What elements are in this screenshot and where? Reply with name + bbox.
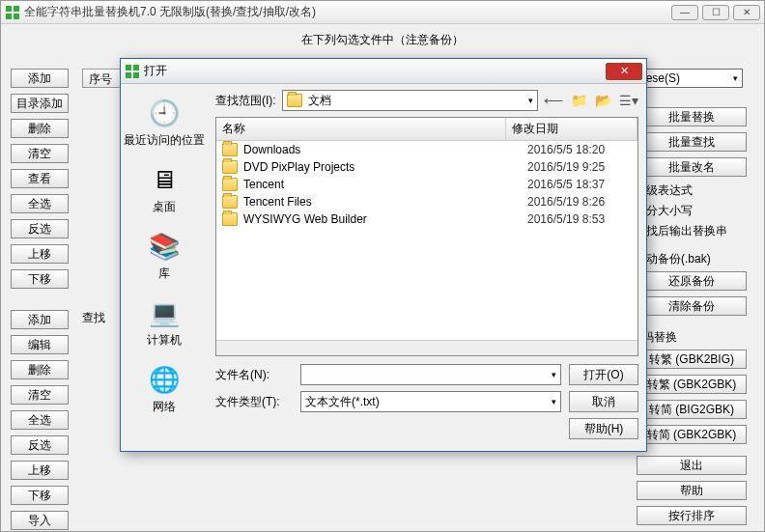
folder-icon [287, 94, 302, 107]
top-instruction: 在下列勾选文件中（注意备份） [7, 30, 758, 52]
views-icon[interactable]: ☰▾ [619, 93, 638, 108]
check-动备份(.bak)[interactable]: 动备份(.bak) [631, 251, 752, 267]
button-退出[interactable]: 退出 [637, 456, 747, 475]
svg-rect-5 [133, 65, 139, 70]
button-删除[interactable]: 删除 [11, 119, 69, 138]
lookin-combo[interactable]: 文档 [282, 90, 538, 111]
svg-rect-4 [126, 65, 131, 70]
open-button[interactable]: 打开(O) [569, 364, 638, 385]
col-date[interactable]: 修改日期 [506, 118, 638, 140]
button-批量改名[interactable]: 批量改名 [637, 157, 747, 177]
button-帮助[interactable]: 帮助 [637, 481, 747, 500]
left-buttons-bottom: 添加编辑删除清空全选反选上移下移导入导出 [11, 310, 74, 532]
button-清空[interactable]: 清空 [11, 385, 69, 405]
close-button[interactable]: ✕ [733, 5, 760, 20]
help-button[interactable]: 帮助(H) [569, 418, 638, 439]
left-buttons-top: 添加目录添加删除清空查看全选反选上移下移 [11, 69, 74, 294]
button-添加[interactable]: 添加 [11, 310, 69, 329]
svg-rect-0 [6, 6, 12, 12]
encoding-title: 内码替换 [631, 329, 752, 346]
folder-icon [222, 160, 238, 174]
button-清除备份[interactable]: 清除备份 [637, 296, 747, 316]
dialog-icon [125, 64, 140, 79]
check-找后输出替换串[interactable]: 找后输出替换串 [631, 223, 752, 239]
button-反选[interactable]: 反选 [11, 435, 69, 455]
svg-rect-2 [6, 14, 12, 19]
button-下移[interactable]: 下移 [11, 269, 69, 289]
folder-icon [222, 195, 238, 209]
button-全选[interactable]: 全选 [11, 194, 69, 213]
svg-rect-6 [126, 72, 131, 78]
button-目录添加[interactable]: 目录添加 [11, 94, 69, 113]
filename-input[interactable] [300, 364, 561, 385]
open-file-dialog: 打开 ✕ 🕘最近访问的位置🖥桌面📚库💻计算机🌐网络 查找范围(I): 文档 ⟵ … [120, 58, 647, 452]
cancel-button[interactable]: 取消 [569, 391, 638, 412]
title-text: 全能字符串批量替换机7.0 无限制版(替换/查找/抽取/改名) [24, 4, 671, 20]
svg-rect-3 [14, 14, 19, 19]
button-删除[interactable]: 删除 [11, 360, 69, 379]
button-查看[interactable]: 查看 [11, 169, 69, 188]
folder-icon [222, 178, 238, 191]
app-icon [5, 5, 20, 20]
button-转简 (GBK2GBK)[interactable]: 转简 (GBK2GBK) [637, 425, 747, 444]
place-计算机[interactable]: 💻计算机 [121, 295, 208, 349]
button-反选[interactable]: 反选 [11, 219, 69, 238]
folder-row[interactable]: WYSIWYG Web Builder2016/5/19 8:53 [216, 210, 638, 228]
button-清空[interactable]: 清空 [11, 144, 69, 163]
button-导入[interactable]: 导入 [11, 511, 69, 530]
newfolder-icon[interactable]: 📂 [595, 93, 611, 108]
lookin-label: 查找范围(I): [215, 93, 276, 109]
maximize-button[interactable]: ☐ [702, 5, 729, 20]
button-批量替换[interactable]: 批量替换 [637, 107, 747, 126]
filename-label: 文件名(N): [215, 367, 293, 383]
place-网络[interactable]: 🌐网络 [121, 362, 208, 415]
button-转繁 (GBK2GBK)[interactable]: 转繁 (GBK2GBK) [637, 375, 747, 394]
button-添加[interactable]: 添加 [11, 69, 69, 88]
folder-icon [222, 143, 238, 156]
back-icon[interactable]: ⟵ [544, 93, 563, 108]
dialog-titlebar: 打开 ✕ [121, 59, 646, 84]
svg-rect-1 [14, 6, 19, 12]
button-上移[interactable]: 上移 [11, 244, 69, 264]
check-级表达式[interactable]: 级表达式 [631, 182, 752, 199]
titlebar: 全能字符串批量替换机7.0 无限制版(替换/查找/抽取/改名) — ☐ ✕ [1, 1, 764, 24]
up-icon[interactable]: 📁 [571, 93, 587, 108]
dialog-places-bar: 🕘最近访问的位置🖥桌面📚库💻计算机🌐网络 [121, 84, 208, 451]
place-最近访问的位置[interactable]: 🕘最近访问的位置 [121, 96, 208, 149]
button-还原备份[interactable]: 还原备份 [637, 271, 747, 291]
button-上移[interactable]: 上移 [11, 461, 69, 480]
folder-icon [222, 212, 238, 226]
col-name[interactable]: 名称 [216, 118, 506, 140]
button-下移[interactable]: 下移 [11, 486, 69, 505]
folder-row[interactable]: Tencent Files2016/5/19 8:26 [216, 193, 638, 210]
check-分大小写[interactable]: 分大小写 [631, 203, 752, 219]
button-编辑[interactable]: 编辑 [11, 335, 69, 354]
place-库[interactable]: 📚库 [121, 229, 208, 282]
dialog-title: 打开 [144, 63, 606, 79]
filetype-combo[interactable]: 文本文件(*.txt) [300, 391, 561, 412]
folder-row[interactable]: DVD PixPlay Projects2016/5/19 9:25 [216, 158, 638, 176]
button-转简 (BIG2GBK)[interactable]: 转简 (BIG2GBK) [637, 400, 747, 419]
button-按行排序[interactable]: 按行排序 [637, 506, 747, 525]
dialog-close-button[interactable]: ✕ [606, 63, 642, 80]
minimize-button[interactable]: — [671, 5, 698, 20]
folder-row[interactable]: Downloads2016/5/5 18:20 [216, 141, 638, 158]
lookin-value: 文档 [308, 93, 331, 109]
button-批量查找[interactable]: 批量查找 [637, 132, 747, 152]
button-全选[interactable]: 全选 [11, 410, 69, 430]
place-桌面[interactable]: 🖥桌面 [121, 162, 208, 215]
horizontal-scrollbar[interactable] [216, 340, 638, 355]
button-转繁 (GBK2BIG)[interactable]: 转繁 (GBK2BIG) [637, 350, 747, 369]
svg-rect-7 [133, 72, 139, 78]
filetype-label: 文件类型(T): [215, 394, 293, 410]
file-list: 名称 修改日期 Downloads2016/5/5 18:20DVD PixPl… [215, 117, 638, 356]
folder-row[interactable]: Tencent2016/5/5 18:37 [216, 176, 638, 193]
find-label: 查找 [82, 310, 105, 326]
